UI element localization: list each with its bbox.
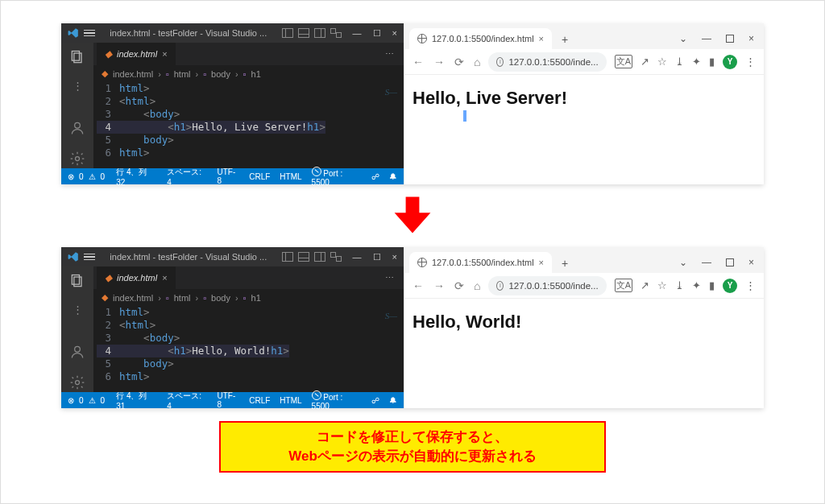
forward-button[interactable]: → [433, 279, 445, 292]
layout-grid-icon[interactable] [330, 252, 342, 262]
bell-icon[interactable]: 🔔︎ [389, 396, 397, 405]
menu-icon[interactable]: ⋮ [745, 56, 756, 68]
hamburger-icon[interactable] [84, 254, 95, 261]
layout-bottom-icon[interactable] [298, 252, 309, 262]
back-button[interactable]: ← [412, 279, 424, 292]
window-title: index.html - testFolder - Visual Studio … [100, 28, 277, 38]
translate-icon[interactable]: 文A [615, 279, 632, 292]
chevron-down-icon[interactable]: ⌄ [679, 257, 687, 268]
browser-tab[interactable]: 127.0.0.1:5500/index.html × [409, 28, 552, 49]
tab-close-icon[interactable]: × [539, 258, 544, 267]
layout-left-icon[interactable] [282, 28, 293, 38]
account-icon[interactable] [69, 120, 85, 138]
vscode-titlebar[interactable]: index.html - testFolder - Visual Studio … [61, 247, 404, 266]
new-tab-button[interactable]: + [557, 30, 573, 49]
home-button[interactable]: ⌂ [474, 56, 480, 68]
eol[interactable]: CRLF [249, 396, 270, 405]
account-icon[interactable] [69, 344, 85, 361]
info-icon[interactable]: i [496, 57, 504, 67]
layout-left-icon[interactable] [282, 252, 293, 262]
explorer-icon[interactable] [69, 273, 85, 291]
maximize-button[interactable]: ☐ [373, 28, 381, 39]
statusbar[interactable]: ⊗0⚠0 行 4、列 32 スペース: 4 UTF-8 CRLF HTML Po… [61, 168, 404, 184]
star-icon[interactable]: ☆ [657, 279, 667, 291]
error-icon[interactable]: ⊗ [68, 172, 74, 181]
explorer-icon[interactable] [69, 49, 85, 67]
new-tab-button[interactable]: + [557, 254, 573, 273]
translate-icon[interactable]: 文A [615, 55, 632, 68]
minimize-button[interactable]: — [353, 252, 362, 262]
back-button[interactable]: ← [412, 56, 424, 68]
share-icon[interactable]: ↗ [641, 56, 649, 68]
lang[interactable]: HTML [280, 396, 301, 405]
close-button[interactable]: × [748, 257, 754, 268]
layout-bottom-icon[interactable] [298, 28, 309, 38]
breadcrumb[interactable]: ◆ index.html › ▫html › ▫body › ▫h1 [93, 289, 404, 306]
maximize-button[interactable] [726, 258, 734, 266]
download-icon[interactable]: ⤓ [675, 279, 684, 291]
share-icon[interactable]: ↗ [641, 279, 649, 291]
layout-right-icon[interactable] [314, 28, 325, 38]
code-editor[interactable]: S— 1html>2<html>3 <body>4 <h1>Hello, Wor… [93, 306, 404, 392]
maximize-button[interactable] [726, 35, 734, 43]
error-icon[interactable]: ⊗ [68, 396, 74, 405]
layout-grid-icon[interactable] [330, 28, 342, 38]
gear-icon[interactable] [69, 151, 85, 168]
minimize-button[interactable]: — [702, 33, 711, 44]
profile-avatar[interactable]: Y [723, 279, 737, 293]
reload-button[interactable]: ⟳ [454, 56, 464, 68]
warn-icon[interactable]: ⚠ [89, 396, 96, 405]
reload-button[interactable]: ⟳ [454, 279, 464, 292]
close-button[interactable]: × [392, 28, 397, 39]
liveserver-port[interactable]: Port : 5500 [312, 390, 362, 411]
extension-icon[interactable]: ✦ [692, 279, 701, 291]
vscode-logo-icon [68, 27, 79, 39]
tab-close-icon[interactable]: × [162, 273, 167, 283]
address-bar[interactable]: i127.0.0.1:5500/inde... [488, 276, 606, 295]
close-button[interactable]: × [392, 252, 397, 262]
tab-close-icon[interactable]: × [539, 34, 544, 43]
editor-more-icon[interactable]: ⋯ [377, 49, 404, 60]
tab-index-html[interactable]: ◆ index.html × [97, 43, 176, 65]
tab-close-icon[interactable]: × [162, 49, 167, 59]
star-icon[interactable]: ☆ [657, 56, 667, 68]
lang[interactable]: HTML [280, 172, 301, 181]
reading-list-icon[interactable]: ▮ [709, 279, 715, 291]
feedback-icon[interactable]: ☍ [371, 172, 379, 181]
forward-button[interactable]: → [433, 56, 445, 68]
address-bar[interactable]: i127.0.0.1:5500/inde... [488, 52, 606, 72]
eol[interactable]: CRLF [249, 172, 270, 181]
extension-icon[interactable]: ✦ [692, 56, 701, 68]
gear-icon[interactable] [69, 374, 85, 392]
menu-icon[interactable]: ⋮ [745, 279, 756, 291]
vscode-titlebar[interactable]: index.html - testFolder - Visual Studio … [61, 23, 404, 43]
minimize-button[interactable]: — [702, 257, 711, 268]
liveserver-port[interactable]: Port : 5500 [312, 167, 362, 187]
download-icon[interactable]: ⤓ [675, 56, 684, 68]
cursor-pos[interactable]: 行 4、列 31 [116, 390, 157, 411]
warn-icon[interactable]: ⚠ [89, 172, 96, 181]
breadcrumb[interactable]: ◆ index.html › ▫html › ▫body › ▫h1 [93, 65, 404, 82]
info-icon[interactable]: i [496, 281, 504, 291]
close-button[interactable]: × [748, 33, 754, 44]
home-button[interactable]: ⌂ [474, 279, 480, 292]
minimize-button[interactable]: — [353, 28, 362, 39]
editor-more-icon[interactable]: ⋯ [377, 273, 404, 283]
encoding[interactable]: UTF-8 [217, 167, 239, 185]
feedback-icon[interactable]: ☍ [371, 396, 379, 405]
cursor-pos[interactable]: 行 4、列 32 [116, 167, 157, 187]
bell-icon[interactable]: 🔔︎ [389, 172, 397, 181]
reading-list-icon[interactable]: ▮ [709, 56, 715, 68]
browser-tab[interactable]: 127.0.0.1:5500/index.html × [409, 252, 552, 273]
maximize-button[interactable]: ☐ [373, 252, 381, 262]
code-editor[interactable]: S— 1html>2<html>3 <body>4 <h1>Hello, Liv… [93, 82, 404, 168]
encoding[interactable]: UTF-8 [217, 391, 239, 409]
layout-right-icon[interactable] [314, 252, 325, 262]
chevron-down-icon[interactable]: ⌄ [679, 33, 687, 44]
tab-index-html[interactable]: ◆ index.html × [97, 266, 176, 289]
profile-avatar[interactable]: Y [723, 55, 737, 69]
hamburger-icon[interactable] [84, 30, 95, 37]
indent[interactable]: スペース: 4 [167, 167, 207, 187]
statusbar[interactable]: ⊗0⚠0 行 4、列 31 スペース: 4 UTF-8 CRLF HTML Po… [61, 392, 404, 408]
indent[interactable]: スペース: 4 [167, 390, 207, 411]
